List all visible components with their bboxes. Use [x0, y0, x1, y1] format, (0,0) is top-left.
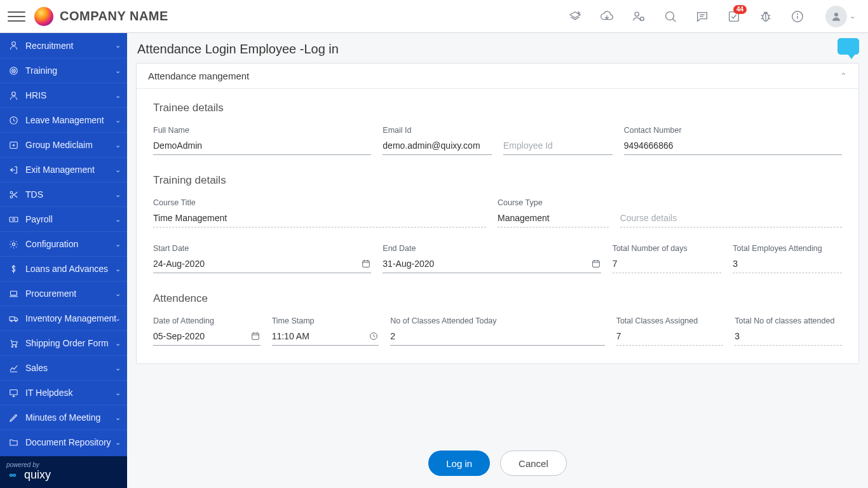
contact-input[interactable]: 9494666866 [624, 137, 842, 155]
calendar-icon [361, 259, 371, 269]
sidebar-item-label: HRIS [25, 90, 46, 100]
chevron-down-icon: ⌄ [115, 116, 121, 125]
end-date-input[interactable]: 31-Aug-2020 [383, 255, 600, 273]
sidebar-item-shipping[interactable]: Shipping Order Form ⌄ [0, 330, 127, 355]
cloud-download-icon[interactable] [599, 9, 614, 24]
course-type-input[interactable]: Management [498, 210, 609, 227]
svg-point-18 [834, 13, 838, 17]
field-total-days: Total Number of days 7 [613, 244, 722, 273]
svg-point-19 [11, 42, 15, 46]
field-total-emp: Total Employes Attending 3 [733, 244, 842, 273]
sidebar-item-training[interactable]: Training ⌄ [0, 58, 127, 83]
sidebar-item-hris[interactable]: HRIS ⌄ [0, 83, 127, 107]
full-name-input[interactable]: DemoAdmin [153, 137, 371, 155]
field-total-assigned: Total Classes Assigned 7 [616, 316, 724, 346]
chat-icon[interactable] [695, 9, 710, 24]
time-stamp-input[interactable]: 11:10 AM [272, 328, 379, 346]
sidebar-item-label: Shipping Order Form [25, 338, 109, 348]
total-assigned-input[interactable]: 7 [616, 328, 724, 346]
email-input[interactable]: demo.admin@quixy.com [383, 137, 492, 155]
sidebar-item-label: Configuration [25, 239, 78, 249]
sidebar-item-inventory[interactable]: Inventory Management ⌄ [0, 306, 127, 330]
sidebar-item-docrepo[interactable]: Document Repository ⌄ [0, 430, 127, 454]
chevron-down-icon: ⌄ [115, 191, 121, 199]
tasks-icon[interactable]: 44 [726, 9, 742, 24]
chevron-down-icon: ⌄ [115, 389, 121, 397]
chat-widget[interactable] [837, 38, 859, 55]
layers-icon[interactable] [567, 9, 583, 24]
target-icon [6, 65, 20, 76]
section-attendance-title: Attendence [153, 292, 842, 305]
company-logo [34, 7, 53, 26]
hamburger-menu[interactable] [8, 8, 25, 25]
field-total-attended: Total No of classes attended 3 [735, 316, 842, 346]
sidebar-item-loans[interactable]: Loans and Advances ⌄ [0, 256, 127, 281]
svg-rect-56 [252, 333, 259, 339]
svg-rect-52 [592, 261, 599, 267]
sidebar-item-label: Sales [25, 363, 48, 373]
total-attended-input[interactable]: 3 [735, 328, 842, 346]
clock-icon [369, 331, 379, 341]
field-time-stamp: Time Stamp 11:10 AM [272, 316, 379, 346]
sidebar-item-exit[interactable]: Exit Management ⌄ [0, 157, 127, 182]
company-name: COMPANY NAME [60, 9, 168, 24]
course-title-input[interactable]: Time Management [153, 210, 486, 227]
sidebar-item-sales[interactable]: Sales ⌄ [0, 355, 127, 380]
login-button[interactable]: Log in [428, 451, 490, 476]
search-icon[interactable] [663, 9, 678, 24]
field-end-date: End Date 31-Aug-2020 [383, 244, 600, 273]
svg-point-20 [10, 67, 17, 74]
total-days-input[interactable]: 7 [613, 255, 722, 273]
field-employee-id: Employee Id [503, 126, 613, 155]
sidebar-item-procurement[interactable]: Procurement ⌄ [0, 281, 127, 306]
svg-point-2 [635, 12, 639, 16]
notification-badge: 44 [733, 5, 747, 14]
field-date-attending: Date of Attending 05-Sep-2020 [153, 316, 261, 346]
truck-icon [6, 313, 20, 324]
svg-point-29 [10, 191, 13, 194]
sidebar-item-configuration[interactable]: Configuration ⌄ [0, 231, 127, 256]
course-details-input[interactable]: Course details [620, 210, 842, 227]
sidebar-item-helpdesk[interactable]: IT Helpdesk ⌄ [0, 380, 127, 405]
sidebar-item-leave[interactable]: Leave Management ⌄ [0, 107, 127, 132]
date-attending-input[interactable]: 05-Sep-2020 [153, 328, 261, 346]
user-settings-icon[interactable] [631, 9, 646, 24]
chevron-up-icon: ⌃ [840, 71, 847, 81]
panel-header[interactable]: Attendance mangement ⌃ [137, 64, 858, 89]
sidebar-item-mediclaim[interactable]: Group Mediclaim ⌄ [0, 132, 127, 157]
cash-icon [6, 214, 20, 225]
field-classes-today: No of Classes Attended Today 2 [390, 316, 604, 346]
brand-label: quixy [24, 468, 51, 482]
page-title: Attendance Login Employee -Log in [127, 33, 868, 63]
pen-icon [6, 412, 20, 423]
total-emp-input[interactable]: 3 [733, 255, 842, 273]
exit-icon [6, 165, 20, 175]
field-start-date: Start Date 24-Aug-2020 [153, 244, 371, 273]
chevron-down-icon: ⌄ [115, 166, 121, 174]
chevron-down-icon: ⌄ [115, 141, 121, 149]
gear-icon [6, 239, 20, 250]
bug-icon[interactable] [758, 9, 773, 24]
user-icon [6, 40, 20, 51]
sidebar-menu: Recruitment ⌄ Training ⌄ HRIS ⌄ Leave Ma… [0, 33, 127, 456]
cancel-button[interactable]: Cancel [500, 451, 567, 476]
sidebar-item-payroll[interactable]: Payroll ⌄ [0, 207, 127, 231]
sidebar-item-recruitment[interactable]: Recruitment ⌄ [0, 33, 127, 58]
classes-today-input[interactable]: 2 [390, 328, 604, 346]
user-avatar[interactable]: ⌄ [825, 6, 855, 27]
svg-point-41 [15, 320, 16, 321]
chevron-down-icon: ⌄ [115, 67, 121, 75]
employee-id-input[interactable]: Employee Id [503, 137, 613, 155]
sidebar-item-minutes[interactable]: Minutes of Meeting ⌄ [0, 405, 127, 430]
start-date-input[interactable]: 24-Aug-2020 [153, 255, 371, 273]
sidebar-item-label: Training [25, 65, 57, 76]
info-icon[interactable] [790, 9, 805, 24]
sidebar-item-tds[interactable]: TDS ⌄ [0, 182, 127, 207]
svg-point-23 [11, 92, 15, 95]
monitor-icon [6, 388, 20, 398]
svg-point-34 [12, 218, 15, 220]
svg-rect-39 [10, 316, 15, 320]
sidebar-item-label: Group Mediclaim [25, 140, 93, 150]
svg-line-11 [769, 15, 771, 16]
sidebar-item-label: Procurement [25, 288, 76, 299]
